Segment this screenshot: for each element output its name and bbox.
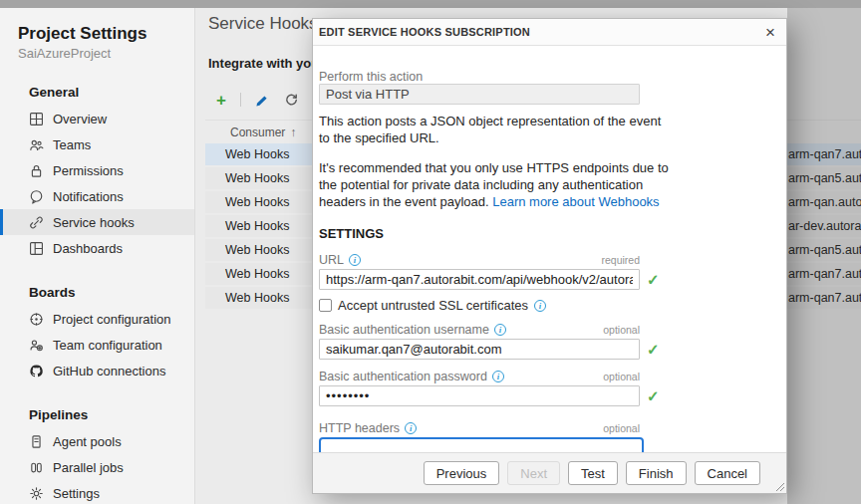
sidebar-item-label: Parallel jobs <box>53 460 124 475</box>
edit-service-hooks-dialog: EDIT SERVICE HOOKS SUBSCRIPTION × Perfor… <box>312 18 787 494</box>
sidebar-item-label: Agent pools <box>53 434 122 449</box>
service-hooks-toolbar: + <box>216 90 299 110</box>
github-icon <box>29 364 44 378</box>
action-label: Perform this action <box>319 70 780 84</box>
sidebar-group-pipelines: Pipelines <box>29 407 194 422</box>
valid-check-icon: ✓ <box>647 272 660 287</box>
action-input <box>319 84 640 105</box>
page-title: Service Hooks <box>208 14 318 34</box>
consumer-cell: Web Hooks <box>225 195 289 209</box>
sidebar-item-label: Notifications <box>53 189 124 204</box>
dialog-body: Perform this action This action posts a … <box>313 46 786 481</box>
sidebar-item-label: Dashboards <box>53 241 123 256</box>
username-label: Basic authentication username <box>319 323 489 337</box>
finish-button[interactable]: Finish <box>626 461 687 485</box>
sidebar-item-github-connections[interactable]: GitHub connections <box>0 358 194 383</box>
cancel-button[interactable]: Cancel <box>695 461 760 485</box>
page-intro-text: Integrate with your <box>208 56 324 71</box>
screen: Project Settings SaiAzureProject General… <box>0 0 861 504</box>
link-icon <box>29 215 44 230</box>
edit-subscription-button[interactable] <box>255 93 270 108</box>
url-input[interactable] <box>319 269 640 290</box>
info-icon[interactable]: i <box>405 422 417 434</box>
password-input[interactable] <box>319 385 640 406</box>
consumer-cell: Web Hooks <box>225 171 289 185</box>
password-label-row: Basic authentication password i optional <box>319 370 640 383</box>
username-input[interactable] <box>319 339 640 360</box>
sidebar-group-general: General <box>29 85 194 100</box>
refresh-button[interactable] <box>284 93 299 108</box>
sidebar-item-parallel-jobs[interactable]: Parallel jobs <box>0 454 194 480</box>
window-top-strip <box>0 0 861 8</box>
https-recommendation: It's recommended that you only use HTTPS… <box>319 160 670 211</box>
settings-heading: SETTINGS <box>319 226 780 241</box>
sidebar-item-label: Service hooks <box>53 215 135 230</box>
info-icon[interactable]: i <box>534 300 546 312</box>
parallel-icon <box>29 460 44 475</box>
lock-icon <box>29 163 44 178</box>
url-label: URL <box>319 253 344 267</box>
teams-icon <box>29 137 44 152</box>
http-headers-label: HTTP headers <box>319 421 400 435</box>
overview-icon <box>29 112 44 126</box>
team-gear-icon <box>29 338 44 353</box>
sidebar-item-project-configuration[interactable]: Project configuration <box>0 306 194 332</box>
sidebar-item-label: Team configuration <box>53 338 162 353</box>
ssl-checkbox-row: Accept untrusted SSL certificates i <box>319 298 780 313</box>
consumer-cell: Web Hooks <box>225 267 289 281</box>
action-description: This action posts a JSON object represen… <box>319 114 670 147</box>
sidebar-item-label: GitHub connections <box>53 364 165 378</box>
toolbar-divider <box>240 93 241 107</box>
sidebar-item-team-configuration[interactable]: Team configuration <box>0 332 194 358</box>
http-headers-label-row: HTTP headers i optional <box>319 421 640 435</box>
valid-check-icon: ✓ <box>647 342 660 357</box>
password-label: Basic authentication password <box>319 370 487 383</box>
test-button[interactable]: Test <box>568 461 618 485</box>
refresh-icon <box>284 93 299 108</box>
sidebar-project-name: SaiAzureProject <box>18 46 194 61</box>
learn-more-link[interactable]: Learn more about Webhooks <box>492 194 659 209</box>
sidebar-item-agent-pools[interactable]: Agent pools <box>0 428 194 454</box>
optional-badge: optional <box>603 422 640 434</box>
sidebar-item-label: Project configuration <box>53 312 171 327</box>
info-icon[interactable]: i <box>492 371 504 382</box>
sidebar-item-settings[interactable]: Settings <box>0 480 194 504</box>
consumer-cell: Web Hooks <box>225 147 289 161</box>
close-icon[interactable]: × <box>762 24 778 41</box>
server-icon <box>29 434 44 449</box>
next-button[interactable]: Next <box>507 461 560 485</box>
consumer-cell: Web Hooks <box>225 219 289 233</box>
ssl-checkbox-label: Accept untrusted SSL certificates <box>338 298 528 313</box>
add-subscription-button[interactable]: + <box>216 92 226 109</box>
sidebar-item-permissions[interactable]: Permissions <box>0 157 194 183</box>
gear-icon <box>29 486 44 501</box>
sidebar-item-service-hooks[interactable]: Service hooks <box>0 209 194 235</box>
dashboard-icon <box>29 241 44 256</box>
dialog-header: EDIT SERVICE HOOKS SUBSCRIPTION × <box>313 19 786 46</box>
optional-badge: optional <box>603 371 640 382</box>
sidebar-item-label: Overview <box>53 112 107 126</box>
sidebar-item-notifications[interactable]: Notifications <box>0 183 194 209</box>
consumer-cell: Web Hooks <box>225 291 289 305</box>
info-icon[interactable]: i <box>494 324 506 336</box>
project-settings-sidebar: Project Settings SaiAzureProject General… <box>0 8 195 504</box>
sort-ascending-icon: ↑ <box>290 126 296 139</box>
info-icon[interactable]: i <box>349 254 361 266</box>
sidebar-item-label: Settings <box>53 486 100 501</box>
consumer-cell: Web Hooks <box>225 243 289 257</box>
modal-shadow-overlay <box>787 8 861 504</box>
optional-badge: optional <box>603 324 640 336</box>
ssl-checkbox[interactable] <box>319 299 332 312</box>
sidebar-item-overview[interactable]: Overview <box>0 106 194 131</box>
username-label-row: Basic authentication username i optional <box>319 323 640 337</box>
sidebar-item-label: Permissions <box>53 163 124 178</box>
dialog-title: EDIT SERVICE HOOKS SUBSCRIPTION <box>319 26 530 38</box>
compass-icon <box>29 312 44 327</box>
valid-check-icon: ✓ <box>647 388 660 403</box>
sidebar-group-boards: Boards <box>29 285 194 300</box>
consumer-column-header[interactable]: Consumer <box>230 126 285 139</box>
previous-button[interactable]: Previous <box>424 461 500 485</box>
sidebar-item-dashboards[interactable]: Dashboards <box>0 235 194 261</box>
sidebar-item-label: Teams <box>53 137 91 152</box>
sidebar-item-teams[interactable]: Teams <box>0 131 194 157</box>
